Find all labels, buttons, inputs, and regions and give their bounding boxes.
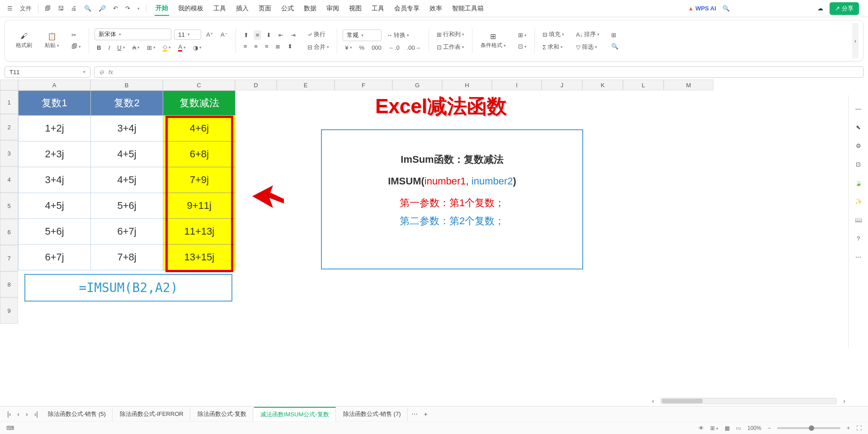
number-format-select[interactable]: 常规▾: [343, 29, 382, 41]
zoom-slider[interactable]: [777, 427, 840, 429]
col-header-F[interactable]: F: [335, 80, 392, 90]
zoom-value[interactable]: 100%: [747, 425, 761, 431]
cell-r3-c1[interactable]: 4+5j: [91, 142, 163, 167]
cell-r2-c0[interactable]: 1+2j: [19, 116, 91, 142]
rail-sparkle-icon[interactable]: ✨: [853, 197, 864, 206]
cell-r7-c0[interactable]: 6+7j: [19, 245, 91, 270]
percent-button[interactable]: %: [357, 43, 367, 52]
rail-help-icon[interactable]: ?: [854, 234, 862, 243]
select-all-corner[interactable]: [0, 80, 18, 90]
dec-decimal-button[interactable]: .00→: [405, 43, 423, 52]
font-color-button[interactable]: A▾: [176, 42, 188, 53]
horizontal-scrollbar[interactable]: ‹ ›: [649, 393, 848, 409]
col-header-K[interactable]: K: [582, 80, 623, 90]
col-header-A[interactable]: A: [18, 80, 90, 90]
menu-member[interactable]: 会员专享: [393, 2, 420, 15]
tab-next-button[interactable]: ›: [23, 409, 31, 420]
share-button[interactable]: ↗ 分享: [830, 2, 859, 15]
clear-format-button[interactable]: ◑▾: [191, 43, 204, 52]
print-icon[interactable]: 🖨: [68, 3, 80, 14]
undo-icon[interactable]: ↶: [110, 3, 121, 14]
hamburger-icon[interactable]: ☰: [5, 3, 15, 14]
indent-dec-button[interactable]: ⇤: [276, 30, 286, 40]
row-header-9[interactable]: 9: [0, 297, 18, 324]
sort-button[interactable]: A↓ 排序 ▾: [574, 29, 602, 40]
cell-r4-c1[interactable]: 4+5j: [91, 167, 163, 193]
rail-leaf-icon[interactable]: 🍃: [853, 178, 864, 188]
zoom-in-button[interactable]: +: [847, 425, 850, 431]
file-menu[interactable]: 文件: [17, 3, 34, 14]
name-box[interactable]: T11▾: [5, 66, 90, 78]
cut-button[interactable]: ✂: [69, 30, 79, 40]
orientation-button[interactable]: ⬍: [285, 42, 295, 51]
col-header-D[interactable]: D: [235, 80, 277, 90]
row-header-4[interactable]: 4: [0, 166, 18, 193]
border-button[interactable]: ⊞▾: [145, 43, 158, 52]
menu-smarttools[interactable]: 智能工具箱: [451, 2, 485, 15]
tab-last-button[interactable]: ›|: [32, 409, 41, 420]
tab-add-button[interactable]: +: [421, 409, 430, 420]
tab-more-button[interactable]: ⋯: [409, 409, 420, 420]
zoom-out-button[interactable]: −: [768, 425, 771, 431]
fullscreen-icon[interactable]: ⛶: [856, 425, 862, 431]
preview2-icon[interactable]: 🔎: [96, 3, 108, 14]
search-button[interactable]: 🔍: [609, 42, 621, 51]
font-size-select[interactable]: 11▾: [174, 29, 201, 40]
save-icon[interactable]: 🗐: [42, 3, 53, 14]
menu-formula[interactable]: 公式: [280, 2, 295, 15]
styles-button[interactable]: ⊞▾: [516, 30, 529, 40]
col-header-B[interactable]: B: [90, 80, 163, 90]
increase-font-button[interactable]: A⁺: [204, 30, 216, 39]
col-header-H[interactable]: H: [442, 80, 492, 90]
rail-screenshot-icon[interactable]: ⊡: [854, 160, 863, 169]
wps-ai-label[interactable]: ▲ WPS AI: [688, 5, 716, 12]
find-button[interactable]: ⊞: [609, 30, 618, 40]
row-header-2[interactable]: 2: [0, 114, 18, 140]
convert-button[interactable]: ↔ 转换 ▾: [384, 30, 411, 41]
ribbon-expand-button[interactable]: ›: [852, 23, 859, 58]
merge-button[interactable]: ⊟ 合并 ▾: [305, 42, 331, 52]
sheet-tab-2[interactable]: 除法函数公式-复数: [191, 407, 253, 421]
col-header-I[interactable]: I: [492, 80, 542, 90]
rail-settings-icon[interactable]: ⚙: [854, 141, 863, 151]
search-icon[interactable]: 🔍: [722, 5, 730, 12]
col-header-L[interactable]: L: [623, 80, 664, 90]
paste-button[interactable]: 📋粘贴 ▾: [42, 30, 62, 51]
rowcol-button[interactable]: ⊞ 行和列 ▾: [434, 29, 467, 40]
menu-view[interactable]: 视图: [348, 2, 363, 15]
col-header-J[interactable]: J: [542, 80, 582, 90]
fill-color-button[interactable]: ◇▾: [160, 42, 173, 53]
font-name-select[interactable]: 新宋体▾: [94, 28, 171, 40]
menu-review[interactable]: 审阅: [326, 2, 340, 15]
row-header-5[interactable]: 5: [0, 193, 18, 219]
decrease-font-button[interactable]: A⁻: [218, 30, 230, 39]
menu-tools1[interactable]: 工具: [212, 2, 227, 15]
col-header-C[interactable]: C: [163, 80, 235, 90]
tab-prev-button[interactable]: ‹: [14, 409, 22, 420]
sheet-tab-0[interactable]: 除法函数公式-销售 (5): [42, 407, 113, 421]
row-header-8[interactable]: 8: [0, 271, 18, 297]
redo-icon[interactable]: ↷: [123, 3, 133, 14]
cell-r4-c0[interactable]: 3+4j: [19, 167, 91, 193]
copy-button[interactable]: 🗐▾: [69, 42, 83, 51]
format-painter-button[interactable]: 🖌格式刷: [13, 30, 35, 51]
row-header-1[interactable]: 1: [0, 90, 18, 114]
inc-decimal-button[interactable]: ←.0: [387, 43, 402, 52]
view-normal-icon[interactable]: 👁: [698, 425, 704, 431]
align-bottom-button[interactable]: ⬇: [264, 30, 274, 40]
align-right-button[interactable]: ≡: [263, 42, 271, 51]
menu-page[interactable]: 页面: [258, 2, 272, 15]
table-style-button[interactable]: ⊡▾: [516, 42, 529, 51]
cell-r5-c0[interactable]: 4+5j: [19, 193, 91, 219]
filter-button[interactable]: ▽ 筛选 ▾: [574, 42, 602, 52]
currency-button[interactable]: ¥▾: [343, 43, 354, 52]
menu-insert[interactable]: 插入: [235, 2, 250, 15]
menu-start[interactable]: 开始: [155, 1, 169, 16]
align-left-button[interactable]: ≡: [241, 42, 250, 51]
comma-button[interactable]: 000: [369, 43, 384, 52]
align-middle-button[interactable]: ≡: [254, 30, 262, 40]
cancel-icon[interactable]: ⊖: [99, 69, 104, 75]
tab-first-button[interactable]: |‹: [5, 409, 14, 420]
preview-icon[interactable]: 🔍: [81, 3, 94, 14]
more-icon[interactable]: ▾: [135, 5, 142, 13]
